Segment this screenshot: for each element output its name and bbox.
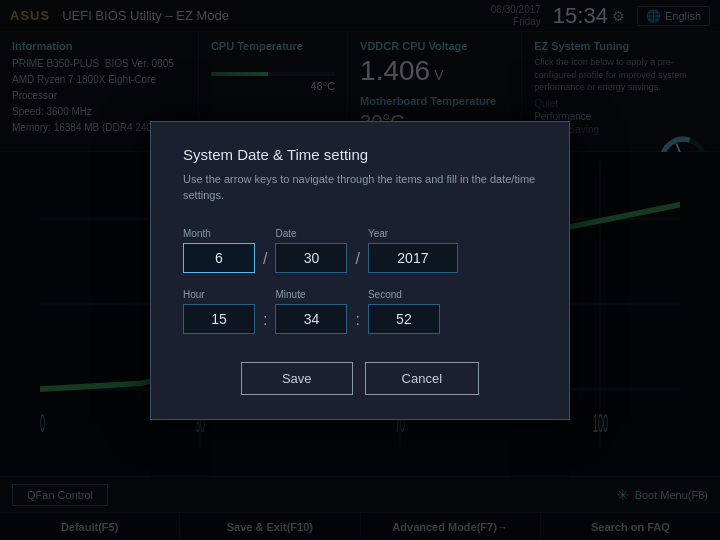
modal-buttons: Save Cancel (183, 362, 537, 395)
datetime-fields: Month / Date / Year (183, 228, 537, 334)
month-input[interactable] (183, 243, 255, 273)
cancel-button[interactable]: Cancel (365, 362, 479, 395)
date-sep-1: / (255, 232, 275, 268)
date-sep-2: / (347, 232, 367, 268)
date-group: Date (275, 228, 347, 273)
second-input[interactable] (368, 304, 440, 334)
minute-input[interactable] (275, 304, 347, 334)
modal-overlay: System Date & Time setting Use the arrow… (0, 0, 720, 540)
time-row: Hour : Minute : Second (183, 289, 537, 334)
year-input[interactable] (368, 243, 458, 273)
time-sep-1: : (255, 293, 275, 329)
second-group: Second (368, 289, 440, 334)
modal-title: System Date & Time setting (183, 146, 537, 163)
time-sep-2: : (347, 293, 367, 329)
hour-input[interactable] (183, 304, 255, 334)
date-row: Month / Date / Year (183, 228, 537, 273)
month-group: Month (183, 228, 255, 273)
datetime-modal: System Date & Time setting Use the arrow… (150, 121, 570, 420)
second-label: Second (368, 289, 440, 300)
modal-desc: Use the arrow keys to navigate through t… (183, 171, 537, 204)
minute-label: Minute (275, 289, 347, 300)
save-button[interactable]: Save (241, 362, 353, 395)
hour-group: Hour (183, 289, 255, 334)
date-label: Date (275, 228, 347, 239)
date-input[interactable] (275, 243, 347, 273)
month-label: Month (183, 228, 255, 239)
hour-label: Hour (183, 289, 255, 300)
year-label: Year (368, 228, 458, 239)
minute-group: Minute (275, 289, 347, 334)
year-group: Year (368, 228, 458, 273)
